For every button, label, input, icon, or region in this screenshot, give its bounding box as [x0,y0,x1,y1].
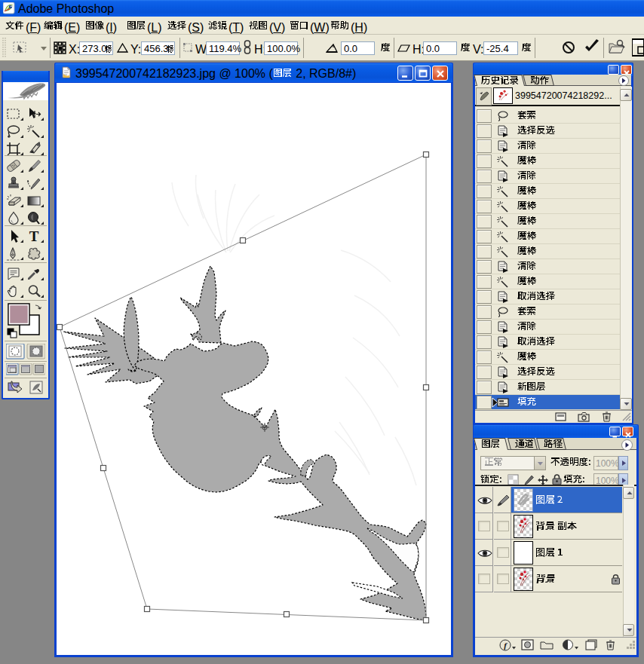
svg-text:T: T [29,228,39,244]
